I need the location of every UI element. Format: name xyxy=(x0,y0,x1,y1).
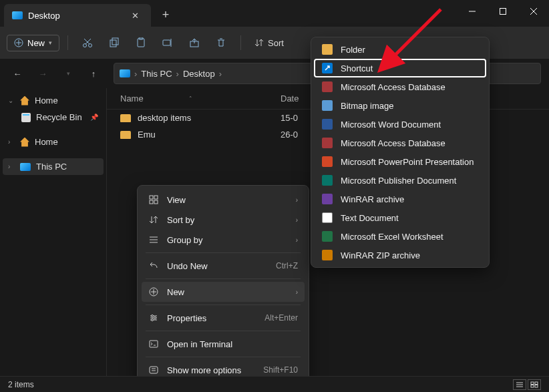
desktop-icon xyxy=(12,11,23,19)
file-type-icon xyxy=(322,119,333,130)
file-type-icon xyxy=(322,194,333,204)
submenu-label: Folder xyxy=(341,45,365,55)
svg-point-30 xyxy=(152,319,154,321)
sort-arrow-icon: ˄ xyxy=(189,95,192,102)
file-date: 15-0 xyxy=(281,113,298,123)
chevron-down-icon: ▾ xyxy=(49,39,52,46)
submenu-label: Bitmap image xyxy=(341,101,393,111)
cut-icon[interactable] xyxy=(76,31,99,54)
recent-dropdown[interactable]: ▾ xyxy=(59,64,77,83)
file-date: 26-0 xyxy=(281,130,298,140)
undo-icon xyxy=(148,260,159,271)
delete-icon[interactable] xyxy=(210,31,232,54)
ctx-accel: Alt+Enter xyxy=(264,313,298,323)
ctx-label: New xyxy=(167,287,288,297)
sidebar-item-home2[interactable]: › Home xyxy=(3,134,104,150)
forward-button[interactable]: → xyxy=(33,64,52,83)
sidebar-item-recycle[interactable]: Recycle Bin 📌 xyxy=(3,109,104,126)
window-controls xyxy=(457,0,549,23)
submenu-label: Microsoft PowerPoint Presentation xyxy=(341,157,474,167)
svg-rect-40 xyxy=(531,382,534,385)
submenu-label: Microsoft Access Database xyxy=(341,138,445,148)
col-name[interactable]: Name xyxy=(120,93,144,104)
ctx-properties[interactable]: Properties Alt+Enter xyxy=(142,308,305,328)
submenu-item[interactable]: Folder xyxy=(314,40,486,59)
home-icon xyxy=(20,96,29,106)
svg-line-9 xyxy=(85,39,91,44)
home-icon xyxy=(20,138,29,147)
close-window-button[interactable] xyxy=(518,0,549,23)
submenu-label: Microsoft Publisher Document xyxy=(341,176,456,186)
context-menu: View › Sort by › Group by › Undo New Ctr… xyxy=(137,185,309,385)
ctx-undo[interactable]: Undo New Ctrl+Z xyxy=(142,256,305,276)
copy-icon[interactable] xyxy=(103,31,126,54)
submenu-item[interactable]: Microsoft Access Database xyxy=(314,134,486,152)
file-name: Emu xyxy=(138,130,156,140)
sidebar-item-thispc[interactable]: › This PC xyxy=(3,158,104,175)
close-tab-icon[interactable]: ✕ xyxy=(127,7,143,23)
new-submenu: FolderShortcutMicrosoft Access DatabaseB… xyxy=(311,37,490,268)
submenu-item[interactable]: Bitmap image xyxy=(314,96,486,115)
submenu-label: Text Document xyxy=(341,213,399,223)
chevron-right-icon: › xyxy=(219,69,222,79)
sort-icon xyxy=(254,38,264,47)
submenu-item[interactable]: Microsoft PowerPoint Presentation xyxy=(314,152,486,171)
col-date[interactable]: Date xyxy=(281,93,299,104)
sort-button[interactable]: Sort xyxy=(249,35,289,51)
submenu-item[interactable]: Microsoft Publisher Document xyxy=(314,171,486,190)
svg-rect-21 xyxy=(154,200,158,204)
crumb-desktop[interactable]: Desktop xyxy=(183,69,215,79)
submenu-item[interactable]: Microsoft Excel Worksheet xyxy=(314,227,486,246)
ctx-view[interactable]: View › xyxy=(142,190,305,210)
submenu-item[interactable]: Text Document xyxy=(314,208,486,227)
new-button[interactable]: New ▾ xyxy=(7,35,59,51)
share-icon[interactable] xyxy=(183,31,206,54)
details-view-button[interactable] xyxy=(513,379,526,390)
crumb-thispc[interactable]: This PC xyxy=(141,69,172,79)
maximize-button[interactable] xyxy=(488,0,518,23)
minimize-button[interactable] xyxy=(457,0,488,23)
ctx-label: View xyxy=(167,195,288,205)
plus-circle-icon xyxy=(14,38,23,47)
window-tab[interactable]: Desktop ✕ xyxy=(4,4,151,27)
svg-rect-42 xyxy=(531,385,534,387)
svg-rect-41 xyxy=(535,382,538,385)
back-button[interactable]: ← xyxy=(8,64,27,83)
separator xyxy=(146,305,301,305)
ctx-label: Sort by xyxy=(167,215,288,225)
separator xyxy=(146,278,301,279)
file-type-icon xyxy=(322,100,333,111)
ctx-accel: Shift+F10 xyxy=(263,365,298,375)
submenu-label: WinRAR ZIP archive xyxy=(341,250,420,260)
sort-label: Sort xyxy=(268,38,284,48)
svg-point-28 xyxy=(152,315,154,317)
sidebar-item-home[interactable]: ⌄ Home xyxy=(3,92,104,109)
ctx-sortby[interactable]: Sort by › xyxy=(142,210,305,230)
folder-icon xyxy=(120,131,131,139)
new-label: New xyxy=(27,38,45,48)
status-bar: 2 items xyxy=(0,376,549,392)
sort-icon xyxy=(148,214,159,225)
chevron-right-icon: › xyxy=(296,236,298,244)
svg-rect-43 xyxy=(535,385,538,387)
item-count: 2 items xyxy=(8,380,34,389)
grid-icon xyxy=(148,194,159,205)
ctx-terminal[interactable]: Open in Terminal xyxy=(142,334,305,354)
submenu-item[interactable]: WinRAR archive xyxy=(314,190,486,208)
sidebar-label: Home xyxy=(35,95,58,106)
submenu-item[interactable]: Shortcut xyxy=(314,59,486,77)
submenu-item[interactable]: Microsoft Word Document xyxy=(314,115,486,134)
file-type-icon xyxy=(322,81,333,92)
file-type-icon xyxy=(322,250,333,260)
rename-icon[interactable] xyxy=(156,31,179,54)
up-button[interactable]: ↑ xyxy=(84,64,103,83)
submenu-item[interactable]: WinRAR ZIP archive xyxy=(314,246,486,264)
ctx-groupby[interactable]: Group by › xyxy=(142,230,305,250)
submenu-item[interactable]: Microsoft Access Database xyxy=(314,77,486,96)
group-icon xyxy=(148,234,159,245)
paste-icon[interactable] xyxy=(130,31,152,54)
separator xyxy=(146,331,301,331)
ctx-new[interactable]: New › xyxy=(142,282,305,302)
thumbnails-view-button[interactable] xyxy=(528,379,541,390)
add-tab-button[interactable]: + xyxy=(158,7,174,23)
